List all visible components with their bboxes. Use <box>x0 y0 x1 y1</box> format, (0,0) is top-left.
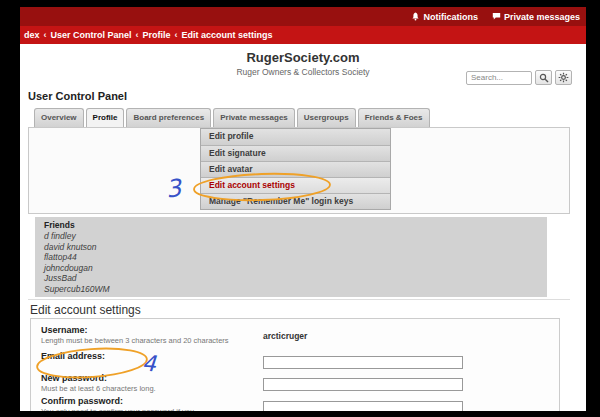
private-messages-link[interactable]: Private messages <box>492 12 580 22</box>
menu-item-edit-signature[interactable]: Edit signature <box>201 145 390 161</box>
tab-board-preferences[interactable]: Board preferences <box>126 108 211 127</box>
breadcrumb-item-edit-account-settings[interactable]: Edit account settings <box>182 30 273 40</box>
menu-item-edit-profile[interactable]: Edit profile <box>201 129 390 145</box>
tab-friends-foes[interactable]: Friends & Foes <box>358 108 430 127</box>
breadcrumb: dex ‹ User Control Panel ‹ Profile ‹ Edi… <box>20 26 586 44</box>
new-password-row: New password: Must be at least 6 charact… <box>41 373 549 393</box>
username-value: arcticruger <box>263 331 307 341</box>
search-input[interactable] <box>466 71 532 85</box>
section-divider <box>28 299 570 300</box>
email-label: Email address: <box>41 351 263 361</box>
breadcrumb-item-user-control-panel[interactable]: User Control Panel <box>51 30 132 40</box>
notifications-label: Notifications <box>423 12 478 22</box>
menu-item-edit-avatar[interactable]: Edit avatar <box>201 161 390 177</box>
friend-link[interactable]: david knutson <box>44 242 538 253</box>
section-title: Edit account settings <box>30 303 141 317</box>
breadcrumb-item-board-index[interactable]: dex <box>24 30 40 40</box>
top-notification-bar: Notifications Private messages <box>20 7 586 26</box>
search-area <box>466 70 572 85</box>
breadcrumb-separator: ‹ <box>136 30 139 40</box>
speech-bubble-icon <box>492 12 501 21</box>
private-messages-label: Private messages <box>504 12 580 22</box>
friend-link[interactable]: johncdougan <box>44 263 538 274</box>
username-hint: Length must be between 3 characters and … <box>41 336 246 345</box>
friend-link[interactable]: d findley <box>44 231 538 242</box>
menu-item-edit-account-settings[interactable]: Edit account settings <box>201 177 390 193</box>
tab-overview[interactable]: Overview <box>34 108 84 127</box>
friends-title: Friends <box>44 220 538 231</box>
friends-panel: Friends d findley david knutson flattop4… <box>35 217 547 297</box>
profile-submenu: Edit profile Edit signature Edit avatar … <box>200 128 391 210</box>
breadcrumb-separator: ‹ <box>175 30 178 40</box>
confirm-password-row: Confirm password: You only need to confi… <box>41 396 549 411</box>
confirm-password-hint: You only need to confirm your password i… <box>41 407 246 411</box>
breadcrumb-item-profile[interactable]: Profile <box>143 30 171 40</box>
username-label: Username: <box>41 325 263 335</box>
notifications-link[interactable]: Notifications <box>411 12 478 22</box>
confirm-password-label: Confirm password: <box>41 396 263 406</box>
email-row: Email address: <box>41 351 549 369</box>
page-title: User Control Panel <box>28 90 127 102</box>
menu-item-manage-login-keys[interactable]: Manage "Remember Me" login keys <box>201 193 390 209</box>
new-password-input[interactable] <box>263 378 463 391</box>
friend-link[interactable]: flattop44 <box>44 252 538 263</box>
tab-usergroups[interactable]: Usergroups <box>297 108 356 127</box>
bell-icon <box>411 12 420 21</box>
search-options-button[interactable] <box>555 70 572 85</box>
username-row: Username: Length must be between 3 chara… <box>41 325 549 345</box>
tab-profile[interactable]: Profile <box>86 108 125 127</box>
new-password-hint: Must be at least 6 characters long. <box>41 384 246 393</box>
browser-viewport: Notifications Private messages dex ‹ Use… <box>20 7 586 411</box>
new-password-label: New password: <box>41 373 263 383</box>
breadcrumb-separator: ‹ <box>44 30 47 40</box>
tab-private-messages[interactable]: Private messages <box>213 108 295 127</box>
ucp-tabs: Overview Profile Board preferences Priva… <box>34 108 430 127</box>
search-button[interactable] <box>535 70 552 85</box>
friend-link[interactable]: JussBad <box>44 273 538 284</box>
email-input[interactable] <box>263 356 463 369</box>
search-icon <box>539 73 549 83</box>
gear-icon <box>558 72 569 83</box>
confirm-password-input[interactable] <box>263 401 463 411</box>
site-title[interactable]: RugerSociety.com <box>20 50 586 65</box>
account-settings-form: Username: Length must be between 3 chara… <box>30 318 560 411</box>
friend-link[interactable]: Supercub160WM <box>44 284 538 295</box>
